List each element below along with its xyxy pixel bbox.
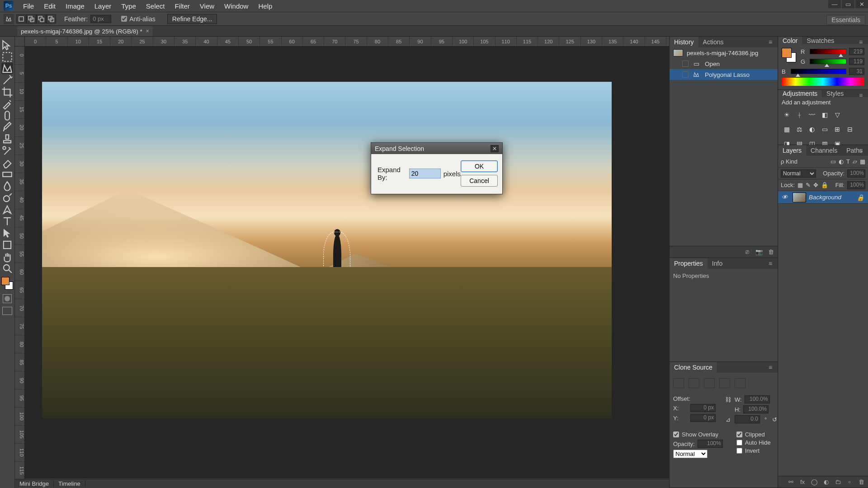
refine-edge-button[interactable]: Refine Edge... [167,14,217,24]
clipped-checkbox[interactable]: Clipped [736,431,771,438]
link-icon[interactable]: ⚯ [787,479,795,486]
foreground-color-swatch[interactable] [1,277,9,285]
dialog-close-icon[interactable]: ✕ [491,145,499,152]
zoom-tool[interactable] [1,263,13,274]
type-tool[interactable] [1,216,13,227]
clone-source-4[interactable] [719,378,730,388]
adj-brightness-icon[interactable]: ☀ [782,110,792,119]
panel-menu-icon[interactable] [769,38,776,44]
adj-balance-icon[interactable]: ⚖ [794,125,804,134]
screen-mode-toggle[interactable] [2,307,12,315]
tab-color[interactable]: Color [778,37,802,44]
antialias-checkbox[interactable]: Anti-alias [121,15,156,23]
r-slider[interactable] [810,49,846,54]
clone-source-2[interactable] [689,378,699,388]
chain-icon[interactable]: ⛓ [724,396,732,403]
tab-clone-source[interactable]: Clone Source [670,362,717,373]
g-slider[interactable] [810,59,846,64]
history-trash-icon[interactable]: 🗑 [767,249,775,256]
tab-layers[interactable]: Layers [778,145,806,156]
filter-pixel-icon[interactable]: ▭ [830,158,836,165]
clone-mode-select[interactable]: Normal [673,450,708,458]
menu-file[interactable]: File [18,2,39,10]
ruler-vertical[interactable]: 0510152025303540455055606570758085909510… [15,47,25,480]
panel-menu-icon[interactable] [769,364,776,369]
feather-input[interactable] [90,15,111,23]
tab-swatches[interactable]: Swatches [802,37,839,44]
menu-window[interactable]: Window [219,2,253,10]
clone-w-input[interactable]: 100.0% [745,395,770,404]
gradient-tool[interactable] [1,169,13,180]
visibility-icon[interactable]: 👁 [780,194,790,201]
tab-styles[interactable]: Styles [822,90,848,97]
active-tool-indicator[interactable] [4,14,14,24]
expand-by-input[interactable] [409,169,441,178]
panel-menu-icon[interactable] [859,92,866,97]
adj-vibrance-icon[interactable]: ▽ [832,110,842,119]
menu-layer[interactable]: Layer [90,2,117,10]
b-value[interactable]: 31 [849,68,864,75]
tab-adjustments[interactable]: Adjustments [778,90,822,97]
adj-photo-icon[interactable]: ▭ [820,125,830,134]
eyedropper-tool[interactable] [1,98,13,109]
trash-icon[interactable]: 🗑 [857,479,865,486]
healing-tool[interactable] [1,110,13,121]
history-state-lasso[interactable]: Polygonal Lasso [670,69,778,80]
ruler-horizontal[interactable]: 0510152025303540455055606570758085909510… [25,37,669,47]
minimize-button[interactable]: — [828,0,841,8]
adj-levels-icon[interactable]: ⟊ [794,110,804,119]
adj-mixer-icon[interactable]: ⊞ [832,125,842,134]
clone-source-5[interactable] [735,378,745,388]
tab-history[interactable]: History [670,37,698,47]
tab-channels[interactable]: Channels [806,145,842,156]
menu-type[interactable]: Type [116,2,141,10]
tab-mini-bridge[interactable]: Mini Bridge [15,480,54,487]
selection-intersect[interactable] [46,14,56,23]
clone-opacity-input[interactable]: 100% [698,440,723,448]
panel-menu-icon[interactable] [859,38,866,44]
wand-tool[interactable] [1,75,13,86]
menu-select[interactable]: Select [141,2,170,10]
pen-tool[interactable] [1,204,13,215]
new-layer-icon[interactable]: ▫ [845,479,854,486]
adj-hue-icon[interactable]: ▦ [782,125,792,134]
menu-filter[interactable]: Filter [170,2,195,10]
document-tab-close-icon[interactable]: × [146,28,149,34]
tab-timeline[interactable]: Timeline [54,480,85,487]
group-icon[interactable]: 🗀 [834,479,842,486]
hand-tool[interactable] [1,251,13,262]
document-tab[interactable]: pexels-s-migaj-746386.jpg @ 25% (RGB/8) … [17,26,153,36]
history-camera-icon[interactable]: 📷 [755,249,763,256]
clone-source-1[interactable] [673,378,684,388]
close-button[interactable]: ✕ [855,0,868,8]
panel-menu-icon[interactable] [769,260,776,265]
dialog-titlebar[interactable]: Expand Selection ✕ [371,143,502,154]
filter-smart-icon[interactable]: ▦ [860,158,865,165]
quick-mask-toggle[interactable] [3,294,12,303]
color-swatches[interactable] [1,277,13,290]
stamp-tool[interactable] [1,133,13,145]
tab-actions[interactable]: Actions [698,37,728,47]
r-value[interactable]: 219 [849,48,864,55]
document-canvas[interactable] [42,82,612,418]
ok-button[interactable]: OK [461,160,498,172]
autohide-checkbox[interactable]: Auto Hide [736,439,771,446]
crop-tool[interactable] [1,86,13,98]
dodge-tool[interactable] [1,192,13,203]
layer-opacity-input[interactable]: 100% [847,169,865,178]
adj-layer-icon[interactable]: ◐ [822,479,830,486]
path-select-tool[interactable] [1,227,13,239]
adj-exposure-icon[interactable]: ◧ [820,110,830,119]
filter-type-icon[interactable]: T [846,158,850,165]
adj-curves-icon[interactable]: 〰 [807,110,817,119]
history-source[interactable]: pexels-s-migaj-746386.jpg [670,47,778,58]
menu-view[interactable]: View [195,2,219,10]
color-swatches[interactable] [782,48,796,62]
menu-edit[interactable]: Edit [39,2,61,10]
maximize-button[interactable]: ▭ [842,0,854,8]
layer-name[interactable]: Background [809,194,841,201]
move-tool[interactable] [1,39,13,51]
filter-adj-icon[interactable]: ◐ [839,158,844,165]
blur-tool[interactable] [1,180,13,192]
tab-info[interactable]: Info [708,258,727,269]
